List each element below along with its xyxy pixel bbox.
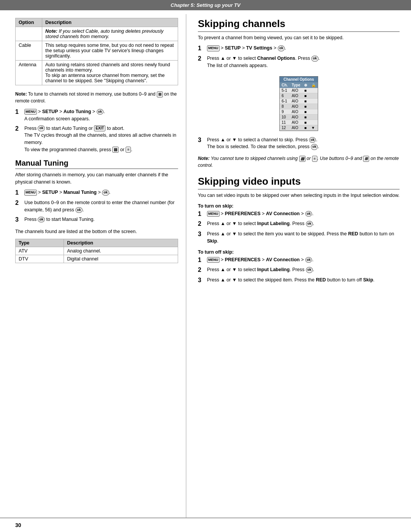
skipping-video-inputs-title: Skipping video inputs [198, 176, 400, 190]
skipping-video-inputs-intro: You can set video inputs to be skipped o… [198, 192, 400, 199]
auto-tuning-steps: 1 MENU > SETUP > Auto Tuning > ok. A con… [15, 108, 178, 153]
manual-tuning-title: Manual Tuning [15, 159, 178, 169]
right-column: Skipping channels To prevent a channel f… [186, 14, 411, 518]
page-container: Chapter 5: Setting up your TV Option Des… [0, 0, 411, 532]
list-icon: ≡ [126, 147, 131, 153]
on-step-1: 1 MENU > PREFERENCES > AV Connection > o… [198, 210, 400, 218]
menu-icon: MENU [24, 190, 37, 196]
off-step-2: 2 Press ▲ or ▼ to select Input Labeling.… [198, 266, 400, 274]
manual-step-3: 3 Press ok to start Manual Tuning. [15, 216, 178, 224]
turn-off-skip-heading: To turn off skip: [198, 249, 400, 255]
options-col-header: Option [16, 18, 42, 27]
ok-icon: ok [75, 207, 83, 213]
chapter-title: Chapter 5: Setting up your TV [170, 2, 240, 8]
manual-step-1: 1 MENU > SETUP > Manual Tuning > ok. [15, 189, 178, 197]
skip-step-3-wrapper: 3 Press ▲ or ▼ to select a channel to sk… [198, 136, 400, 151]
skip-step-1: 1 MENU > SETUP > TV Settings > ok. [198, 45, 400, 53]
off-step-3: 3 Press ▲ or ▼ to select the skipped ite… [198, 276, 400, 284]
on-step-3: 3 Press ▲ or ▼ to select the item you wa… [198, 230, 400, 245]
menu-icon: MENU [207, 45, 220, 51]
ok-icon: ok [306, 267, 313, 273]
ok-icon: ok [311, 144, 318, 150]
skipping-channels-intro: To prevent a channel from being viewed, … [198, 34, 400, 42]
ok-icon: ok [278, 45, 285, 51]
ok-icon: ok [306, 221, 313, 227]
on-step-2: 2 Press ▲ or ▼ to select Input Labeling.… [198, 220, 400, 228]
skipping-channels-title: Skipping channels [198, 18, 400, 32]
guide-icon: ▤ [112, 147, 119, 153]
turn-on-skip-heading: To turn on skip: [198, 203, 400, 209]
turn-on-skip-steps: 1 MENU > PREFERENCES > AV Connection > o… [198, 210, 400, 245]
skipping-channels-steps: 1 MENU > SETUP > TV Settings > ok. 2 Pre… [198, 45, 400, 69]
turn-off-skip-steps: 1 MENU > PREFERENCES > AV Connection > o… [198, 256, 400, 284]
ok-icon: ok [38, 125, 45, 131]
ok-icon: ok [305, 257, 312, 263]
type-table: Type Description ATV Analog channel. DTV… [15, 239, 178, 263]
menu-icon: MENU [24, 109, 37, 115]
left-column: Option Description Note: If you select C… [0, 14, 186, 518]
channel-options-wrapper: Channel Options Ch. Type ⊕ 🔒 5-1AIO■ [198, 74, 400, 133]
step-2: 2 Press ok to start Auto Tuning or EXIT … [15, 125, 178, 153]
options-table: Option Description Note: If you select C… [15, 18, 178, 85]
manual-tuning-after: The channels found are listed at the bot… [15, 228, 178, 235]
table-row: Note: If you select Cable, auto tuning d… [16, 27, 178, 41]
off-step-1: 1 MENU > PREFERENCES > AV Connection > o… [198, 256, 400, 264]
table-row: DTV Digital channel [16, 255, 178, 263]
description-col-header: Description [42, 18, 178, 27]
manual-tuning-steps: 1 MENU > SETUP > Manual Tuning > ok. 2 U… [15, 189, 178, 224]
content-area: Option Description Note: If you select C… [0, 14, 411, 518]
note-buttons: Note: To tune to channels not stored in … [15, 91, 178, 104]
channel-options-box: Channel Options Ch. Type ⊕ 🔒 5-1AIO■ [279, 76, 318, 131]
table-row: Cable This setup requires some time, but… [16, 41, 178, 61]
skip-step-2: 2 Press ▲ or ▼ to select Channel Options… [198, 55, 400, 69]
skip-channels-note: Note: You cannot tune to skipped channel… [198, 155, 400, 169]
ok-icon: ok [102, 190, 109, 196]
exit-icon: EXIT [94, 125, 105, 131]
type-col-header: Type [16, 239, 64, 247]
description-col-header: Description [64, 239, 178, 247]
ok-icon: ok [305, 211, 312, 217]
ok-icon: ok [311, 56, 319, 62]
page-number: 30 [0, 518, 411, 532]
ok-icon: ok [38, 217, 45, 223]
ok-icon: ok [309, 137, 316, 143]
menu-icon: MENU [207, 257, 220, 263]
manual-step-2: 2 Use buttons 0–9 on the remote control … [15, 199, 178, 214]
table-row: Antenna Auto tuning retains stored chann… [16, 61, 178, 85]
skip-step-3: 3 Press ▲ or ▼ to select a channel to sk… [198, 136, 400, 151]
chapter-header: Chapter 5: Setting up your TV [0, 0, 411, 10]
menu-icon: MENU [207, 211, 220, 217]
step-1: 1 MENU > SETUP > Auto Tuning > ok. A con… [15, 108, 178, 123]
ok-icon: ok [97, 109, 104, 115]
manual-tuning-intro: After storing channels in memory, you ca… [15, 171, 178, 186]
table-row: ATV Analog channel. [16, 247, 178, 255]
